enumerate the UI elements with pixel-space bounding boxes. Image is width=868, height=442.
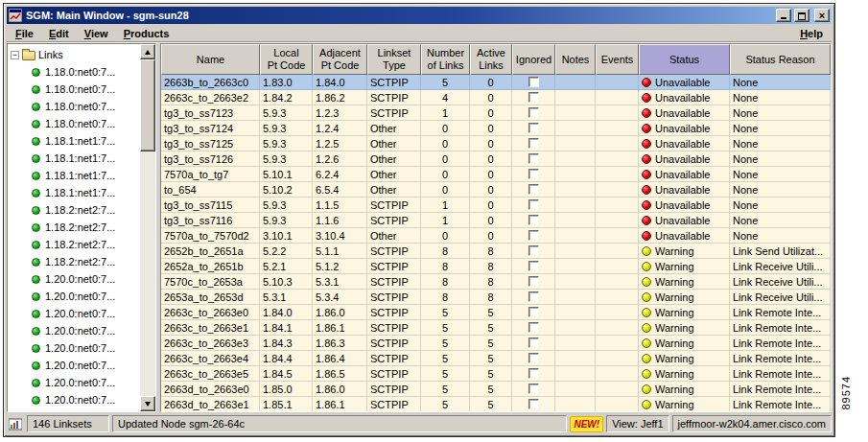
column-header-local[interactable]: Local Pt Code: [260, 44, 313, 75]
cell-notes: [555, 382, 596, 397]
maximize-button[interactable]: [794, 9, 809, 22]
table-row[interactable]: 2663b_to_2663c01.83.01.84.0SCTPIP50Unava…: [161, 75, 831, 90]
status-unavailable-icon: [642, 108, 651, 118]
column-header-number[interactable]: Number of Links: [421, 44, 470, 75]
menu-view[interactable]: View: [77, 25, 116, 41]
status-bar: 146 Linksets Updated Node sgm-26-64c NEW…: [7, 414, 832, 433]
tree-item-label: 1.18.0:net0:7...: [45, 118, 115, 129]
tree-item[interactable]: 1.20.0:net0:7...: [11, 322, 140, 339]
ignored-checkbox[interactable]: [528, 169, 539, 179]
table-row[interactable]: 7570c_to_2653a5.10.35.3.1SCTPIP88Warning…: [161, 274, 831, 290]
table-row[interactable]: 2663c_to_2663e21.84.21.86.2SCTPIP40Unava…: [161, 90, 831, 105]
ignored-checkbox[interactable]: [528, 307, 539, 317]
table-row[interactable]: 7570a_to_7570d23.10.13.10.4Other00Unavai…: [161, 228, 831, 244]
ignored-checkbox[interactable]: [528, 199, 539, 210]
ignored-checkbox[interactable]: [528, 322, 539, 333]
table-row[interactable]: 2663d_to_2663e01.85.01.86.0SCTPIP55Warni…: [161, 382, 831, 397]
tree-item[interactable]: 1.18.1:net1:7...: [11, 150, 140, 167]
tree-item[interactable]: 1.18.2:net2:7...: [11, 219, 140, 236]
tree-root-links[interactable]: − Links: [11, 46, 140, 63]
menu-help[interactable]: Help: [792, 25, 831, 41]
ignored-checkbox[interactable]: [528, 92, 539, 103]
table-row[interactable]: 7570a_to_tg75.10.16.2.4Other00Unavailabl…: [161, 167, 831, 182]
table-row[interactable]: 2663c_to_2663e01.84.01.86.0SCTPIP55Warni…: [161, 305, 831, 320]
tree-item[interactable]: 1.18.0:net0:7...: [11, 115, 140, 132]
column-header-ignored[interactable]: Ignored: [512, 44, 555, 75]
tree-item[interactable]: 1.20.0:net0:7...: [11, 374, 140, 391]
ignored-checkbox[interactable]: [528, 245, 539, 256]
cell-linkset-type: SCTPIP: [367, 259, 421, 274]
column-header-name[interactable]: Name: [161, 44, 260, 75]
ignored-checkbox[interactable]: [528, 184, 539, 195]
tree-item[interactable]: 1.20.0:net0:7...: [11, 391, 140, 408]
tree-collapse-icon[interactable]: −: [11, 51, 19, 59]
tree-scrollbar[interactable]: [140, 44, 155, 411]
scrollbar-track[interactable]: [140, 59, 155, 396]
cell-linkset-type: SCTPIP: [367, 397, 421, 411]
tree-item[interactable]: 1.18.1:net1:7...: [11, 184, 140, 201]
cell-notes: [555, 351, 596, 366]
table-row[interactable]: tg3_to_ss71155.9.31.1.5SCTPIP10Unavailab…: [161, 198, 831, 213]
table-row[interactable]: tg3_to_ss71165.9.31.1.6SCTPIP10Unavailab…: [161, 213, 831, 228]
column-header-status[interactable]: Status: [639, 44, 730, 75]
table-row[interactable]: 2663c_to_2663e11.84.11.86.1SCTPIP55Warni…: [161, 320, 831, 336]
column-header-active[interactable]: Active Links: [470, 44, 512, 75]
ignored-checkbox[interactable]: [528, 291, 539, 302]
table-row[interactable]: tg3_to_ss71255.9.31.2.5Other00Unavailabl…: [161, 136, 831, 151]
tree-item[interactable]: 1.18.0:net0:7...: [11, 81, 140, 98]
ignored-checkbox[interactable]: [528, 215, 539, 225]
table-row[interactable]: 2652a_to_2651b5.2.15.1.2SCTPIP88WarningL…: [161, 259, 831, 274]
ignored-checkbox[interactable]: [528, 77, 539, 87]
table-row[interactable]: 2663c_to_2663e31.84.31.86.3SCTPIP55Warni…: [161, 336, 831, 351]
menu-bar-items: FileEditViewProducts: [8, 25, 176, 41]
column-header-adjacent[interactable]: Adjacent Pt Code: [313, 44, 367, 75]
scroll-down-button[interactable]: [140, 396, 155, 411]
tree-item[interactable]: 1.20.0:net0:7...: [11, 288, 140, 305]
ignored-checkbox[interactable]: [528, 384, 539, 394]
table-row[interactable]: 2652b_to_2651a5.2.25.1.1SCTPIP88WarningL…: [161, 244, 831, 259]
scroll-up-button[interactable]: [140, 44, 155, 59]
minimize-button[interactable]: [776, 9, 791, 22]
ignored-checkbox[interactable]: [528, 138, 539, 149]
table-row[interactable]: 2663d_to_2663e11.85.11.86.1SCTPIP55Warni…: [161, 397, 831, 411]
column-header-linkset[interactable]: Linkset Type: [367, 44, 421, 75]
ignored-checkbox[interactable]: [528, 261, 539, 271]
table-row[interactable]: 2653a_to_2653d5.3.15.3.4SCTPIP88WarningL…: [161, 290, 831, 305]
ignored-checkbox[interactable]: [528, 368, 539, 379]
table-row[interactable]: 2663c_to_2663e51.84.51.86.5SCTPIP55Warni…: [161, 366, 831, 382]
tree-item[interactable]: 1.20.0:net0:7...: [11, 357, 140, 374]
menu-file[interactable]: File: [8, 25, 41, 41]
ignored-checkbox[interactable]: [528, 123, 539, 133]
cell-status-reason: None: [730, 228, 831, 244]
table-row[interactable]: tg3_to_ss71265.9.31.2.6Other00Unavailabl…: [161, 151, 831, 167]
tree-item[interactable]: 1.18.2:net2:7...: [11, 201, 140, 219]
tree-item[interactable]: 1.18.0:net0:7...: [11, 63, 140, 81]
ignored-checkbox[interactable]: [528, 153, 539, 164]
cell-notes: [555, 320, 596, 336]
table-row[interactable]: 2663c_to_2663e41.84.41.86.4SCTPIP55Warni…: [161, 351, 831, 366]
tree-item[interactable]: 1.18.0:net0:7...: [11, 98, 140, 115]
column-header-notes[interactable]: Notes: [555, 44, 596, 75]
ignored-checkbox[interactable]: [528, 353, 539, 363]
table-row[interactable]: tg3_to_ss71245.9.31.2.4Other00Unavailabl…: [161, 121, 831, 136]
tree-item[interactable]: 1.18.2:net2:7...: [11, 253, 140, 270]
ignored-checkbox[interactable]: [528, 337, 539, 348]
column-header-events[interactable]: Events: [596, 44, 639, 75]
tree-item[interactable]: 1.18.1:net1:7...: [11, 167, 140, 184]
ignored-checkbox[interactable]: [528, 276, 539, 287]
tree-item[interactable]: 1.20.0:net0:7...: [11, 270, 140, 288]
scrollbar-thumb[interactable]: [140, 59, 155, 151]
table-row[interactable]: tg3_to_ss71235.9.31.2.3SCTPIP10Unavailab…: [161, 105, 831, 121]
ignored-checkbox[interactable]: [528, 230, 539, 241]
tree-item[interactable]: 1.20.0:net0:7...: [11, 305, 140, 322]
tree-item[interactable]: 1.20.0:net0:7...: [11, 339, 140, 357]
column-header-status-reason[interactable]: Status Reason: [730, 44, 831, 75]
close-button[interactable]: ×: [814, 9, 830, 22]
tree-item[interactable]: 1.18.1:net1:7...: [11, 132, 140, 150]
menu-products[interactable]: Products: [116, 25, 177, 41]
table-row[interactable]: to_6545.10.26.5.4Other00UnavailableNone: [161, 182, 831, 198]
ignored-checkbox[interactable]: [528, 399, 539, 409]
ignored-checkbox[interactable]: [528, 107, 539, 118]
tree-item[interactable]: 1.18.2:net2:7...: [11, 236, 140, 253]
menu-edit[interactable]: Edit: [41, 25, 77, 41]
